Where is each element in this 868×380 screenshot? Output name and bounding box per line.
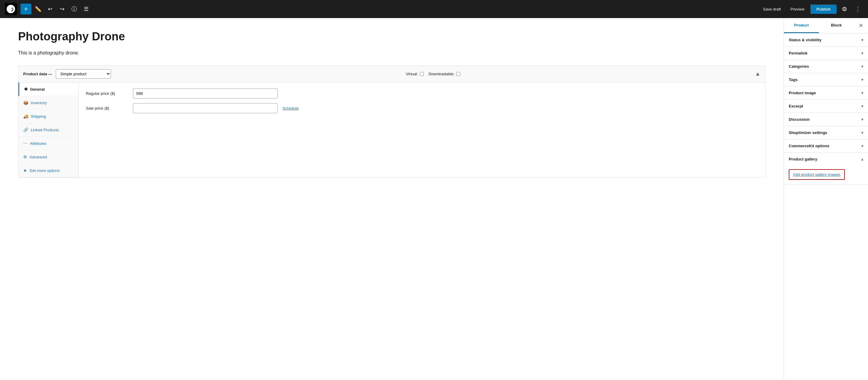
- product-data-label: Product data —: [23, 72, 52, 76]
- list-view-button[interactable]: ☰: [81, 4, 92, 14]
- sale-price-input[interactable]: [133, 103, 278, 113]
- product-gallery-label: Product gallery: [789, 157, 817, 162]
- publish-button[interactable]: Publish: [810, 4, 837, 14]
- virtual-label[interactable]: Virtual:: [406, 72, 424, 76]
- pen-tool-button[interactable]: ✏️: [33, 4, 43, 14]
- chevron-up-icon: ▴: [861, 157, 863, 162]
- categories-label: Categories: [789, 64, 809, 69]
- commercekit-label: CommerceKit options: [789, 144, 830, 148]
- inventory-icon: 📦: [23, 100, 28, 105]
- discussion-label: Discussion: [789, 117, 809, 122]
- downloadable-label[interactable]: Downloadable:: [429, 72, 460, 76]
- product-type-select[interactable]: Simple product Variable product Grouped …: [56, 69, 111, 78]
- more-options-button[interactable]: ⋮: [852, 4, 863, 14]
- sidebar-section-discussion: Discussion ▾: [784, 113, 868, 126]
- editor-area: Photography Drone This is a photography …: [0, 18, 784, 380]
- product-image-header[interactable]: Product image ▾: [784, 87, 868, 99]
- nav-label-inventory: Inventory: [31, 101, 47, 105]
- tags-label: Tags: [789, 77, 798, 82]
- sidebar-section-tags: Tags ▾: [784, 73, 868, 87]
- shoptimizer-label: Shoptimizer settings: [789, 130, 827, 135]
- product-title[interactable]: Photography Drone: [18, 30, 766, 43]
- schedule-link[interactable]: Schedule: [282, 106, 299, 110]
- chevron-down-icon: ▾: [861, 91, 863, 95]
- redo-button[interactable]: ↪: [57, 4, 67, 14]
- info-button[interactable]: ⓘ: [69, 4, 80, 14]
- sidebar-section-commercekit: CommerceKit options ▾: [784, 139, 868, 153]
- commercekit-header[interactable]: CommerceKit options ▾: [784, 139, 868, 152]
- sale-price-row: Sale price ($) Schedule: [86, 103, 758, 113]
- status-visibility-label: Status & visibility: [789, 38, 821, 42]
- nav-label-general: General: [30, 87, 44, 92]
- close-sidebar-button[interactable]: ✕: [854, 18, 868, 33]
- nav-item-linked-products[interactable]: 🔗 Linked Products: [19, 123, 79, 137]
- shipping-icon: 🚚: [23, 114, 28, 118]
- sidebar-tabs: Product Block ✕: [784, 18, 868, 33]
- regular-price-row: Regular price ($): [86, 89, 758, 99]
- tab-block[interactable]: Block: [819, 18, 854, 33]
- nav-item-shipping[interactable]: 🚚 Shipping: [19, 110, 79, 123]
- add-product-gallery-button[interactable]: Add product gallery images: [789, 169, 845, 180]
- toolbar-right: Save draft Preview Publish ⚙ ⋮: [760, 4, 863, 14]
- main-layout: Photography Drone This is a photography …: [0, 18, 868, 380]
- tags-header[interactable]: Tags ▾: [784, 73, 868, 86]
- discussion-header[interactable]: Discussion ▾: [784, 113, 868, 126]
- collapse-product-data-button[interactable]: ▲: [755, 71, 761, 77]
- nav-label-advanced: Advanced: [30, 155, 47, 159]
- nav-label-linked-products: Linked Products: [31, 128, 59, 132]
- chevron-down-icon: ▾: [861, 64, 863, 69]
- nav-item-general[interactable]: ✱ General: [19, 82, 79, 96]
- product-gallery-header[interactable]: Product gallery ▴: [784, 153, 868, 166]
- chevron-down-icon: ▾: [861, 78, 863, 82]
- virtual-downloadable-group: Virtual: Downloadable:: [406, 72, 460, 76]
- excerpt-header[interactable]: Excerpt ▾: [784, 100, 868, 113]
- product-nav: ✱ General 📦 Inventory 🚚 Shipping 🔗 Linke…: [19, 82, 79, 177]
- chevron-down-icon: ▾: [861, 131, 863, 135]
- general-icon: ✱: [24, 87, 28, 92]
- add-block-button[interactable]: +: [21, 4, 31, 14]
- undo-button[interactable]: ↩: [44, 4, 56, 14]
- save-draft-button[interactable]: Save draft: [760, 5, 784, 13]
- chevron-down-icon: ▾: [861, 51, 863, 56]
- regular-price-label: Regular price ($): [86, 91, 128, 96]
- wp-logo: [5, 3, 17, 15]
- product-data-section: Product data — Simple product Variable p…: [18, 65, 766, 178]
- excerpt-label: Excerpt: [789, 104, 803, 108]
- sidebar-section-permalink: Permalink ▾: [784, 47, 868, 60]
- nav-item-attributes[interactable]: ⋯ Attributes: [19, 137, 79, 150]
- product-description[interactable]: This is a photography drone.: [18, 50, 766, 56]
- categories-header[interactable]: Categories ▾: [784, 60, 868, 73]
- settings-button[interactable]: ⚙: [839, 4, 850, 14]
- right-sidebar: Product Block ✕ Status & visibility ▾ Pe…: [784, 18, 868, 380]
- nav-item-inventory[interactable]: 📦 Inventory: [19, 96, 79, 110]
- chevron-down-icon: ▾: [861, 144, 863, 148]
- toolbar: + ✏️ ↩ ↪ ⓘ ☰ Save draft Preview Publish …: [0, 0, 868, 18]
- nav-label-attributes: Attributes: [30, 141, 46, 146]
- downloadable-checkbox[interactable]: [456, 72, 460, 76]
- product-data-body: ✱ General 📦 Inventory 🚚 Shipping 🔗 Linke…: [19, 82, 765, 177]
- shoptimizer-header[interactable]: Shoptimizer settings ▾: [784, 126, 868, 139]
- nav-item-advanced[interactable]: ⚙ Advanced: [19, 150, 79, 164]
- linked-products-icon: 🔗: [23, 127, 28, 132]
- attributes-icon: ⋯: [23, 141, 27, 146]
- product-data-header: Product data — Simple product Variable p…: [19, 66, 765, 82]
- nav-label-shipping: Shipping: [31, 114, 46, 118]
- regular-price-input[interactable]: [133, 89, 278, 99]
- tab-product[interactable]: Product: [784, 18, 819, 33]
- status-visibility-header[interactable]: Status & visibility ▾: [784, 33, 868, 46]
- nav-item-get-more[interactable]: ★ Get more options: [19, 164, 79, 177]
- chevron-down-icon: ▾: [861, 117, 863, 122]
- nav-label-get-more: Get more options: [30, 168, 60, 173]
- get-more-icon: ★: [23, 168, 27, 173]
- sale-price-label: Sale price ($): [86, 106, 128, 110]
- sidebar-section-excerpt: Excerpt ▾: [784, 100, 868, 113]
- chevron-down-icon: ▾: [861, 104, 863, 108]
- preview-button[interactable]: Preview: [787, 5, 808, 13]
- advanced-icon: ⚙: [23, 154, 27, 159]
- product-image-label: Product image: [789, 91, 816, 95]
- chevron-down-icon: ▾: [861, 38, 863, 42]
- virtual-checkbox[interactable]: [420, 72, 424, 76]
- sidebar-section-categories: Categories ▾: [784, 60, 868, 73]
- product-gallery-content: Add product gallery images: [784, 166, 868, 184]
- permalink-header[interactable]: Permalink ▾: [784, 47, 868, 60]
